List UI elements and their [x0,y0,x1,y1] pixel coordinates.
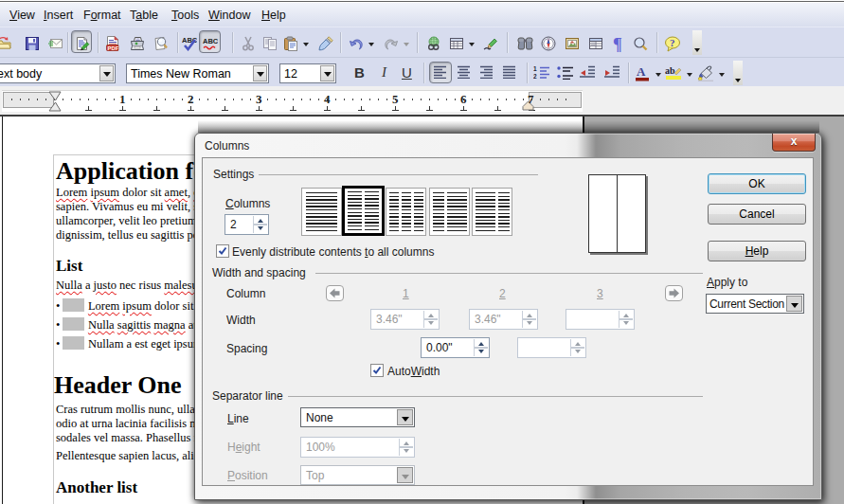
svg-text:¶: ¶ [613,36,622,52]
svg-text:?: ? [670,37,675,48]
svg-text:ab: ab [665,65,675,76]
svg-text:A: A [637,65,646,79]
